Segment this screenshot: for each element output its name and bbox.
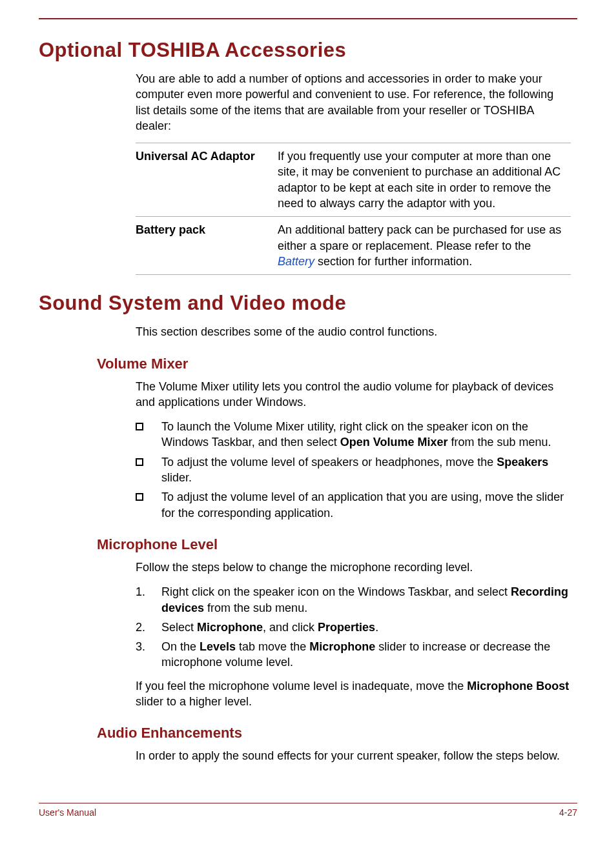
list-item: To launch the Volume Mixer utility, righ… bbox=[136, 419, 571, 450]
volume-mixer-body: The Volume Mixer utility lets you contro… bbox=[136, 379, 571, 521]
heading-audio-enhancements: Audio Enhancements bbox=[97, 725, 577, 742]
heading-sound-system: Sound System and Video mode bbox=[39, 292, 577, 315]
footer-left: User's Manual bbox=[39, 807, 96, 818]
table-row: Battery pack An additional battery pack … bbox=[136, 217, 571, 275]
microphone-steps: 1. Right click on the speaker icon on th… bbox=[136, 584, 571, 670]
svg-rect-0 bbox=[136, 423, 143, 430]
section2-intro: This section describes some of the audio… bbox=[136, 324, 571, 339]
desc-battery-post: section for further information. bbox=[314, 255, 472, 268]
desc-universal-ac: If you frequently use your computer at m… bbox=[278, 143, 571, 217]
step-number: 1. bbox=[136, 584, 161, 600]
section1-body: You are able to add a number of options … bbox=[136, 71, 571, 275]
volume-mixer-list: To launch the Volume Mixer utility, righ… bbox=[136, 419, 571, 521]
heading-optional-accessories: Optional TOSHIBA Accessories bbox=[39, 39, 577, 62]
microphone-body: Follow the steps below to change the mic… bbox=[136, 560, 571, 709]
microphone-para: Follow the steps below to change the mic… bbox=[136, 560, 571, 575]
bullet-text: To adjust the volume level of an applica… bbox=[161, 489, 571, 521]
square-bullet-icon bbox=[136, 489, 161, 505]
desc-battery-pack: An additional battery pack can be purcha… bbox=[278, 217, 571, 275]
audio-enh-para: In order to apply the sound effects for … bbox=[136, 748, 571, 763]
list-item: 3. On the Levels tab move the Microphone… bbox=[136, 639, 571, 671]
svg-rect-2 bbox=[136, 494, 143, 500]
page: Optional TOSHIBA Accessories You are abl… bbox=[0, 18, 616, 837]
step-number: 2. bbox=[136, 620, 161, 635]
heading-microphone-level: Microphone Level bbox=[97, 536, 577, 553]
step-text: On the Levels tab move the Microphone sl… bbox=[161, 639, 571, 671]
step-text: Select Microphone, and click Properties. bbox=[161, 620, 378, 635]
bullet-text: To adjust the volume level of speakers o… bbox=[161, 454, 571, 486]
square-bullet-icon bbox=[136, 454, 161, 470]
desc-battery-pre: An additional battery pack can be purcha… bbox=[278, 223, 561, 252]
list-item: 1. Right click on the speaker icon on th… bbox=[136, 584, 571, 616]
section1-intro: You are able to add a number of options … bbox=[136, 71, 571, 134]
step-text: Right click on the speaker icon on the W… bbox=[161, 584, 571, 616]
battery-link[interactable]: Battery bbox=[278, 255, 314, 268]
list-item: 2. Select Microphone, and click Properti… bbox=[136, 620, 571, 635]
svg-rect-1 bbox=[136, 459, 143, 465]
accessories-table: Universal AC Adaptor If you frequently u… bbox=[136, 143, 571, 275]
step-number: 3. bbox=[136, 639, 161, 654]
volume-mixer-para: The Volume Mixer utility lets you contro… bbox=[136, 379, 571, 410]
microphone-closing: If you feel the microphone volume level … bbox=[136, 678, 571, 710]
top-rule bbox=[39, 18, 577, 19]
footer-right: 4-27 bbox=[559, 807, 577, 818]
list-item: To adjust the volume level of speakers o… bbox=[136, 454, 571, 486]
bullet-text: To launch the Volume Mixer utility, righ… bbox=[161, 419, 571, 450]
audio-enh-body: In order to apply the sound effects for … bbox=[136, 748, 571, 763]
heading-volume-mixer: Volume Mixer bbox=[97, 356, 577, 372]
square-bullet-icon bbox=[136, 419, 161, 434]
term-battery-pack: Battery pack bbox=[136, 217, 278, 275]
list-item: To adjust the volume level of an applica… bbox=[136, 489, 571, 521]
table-row: Universal AC Adaptor If you frequently u… bbox=[136, 143, 571, 217]
section2-intro-wrap: This section describes some of the audio… bbox=[136, 324, 571, 339]
term-universal-ac: Universal AC Adaptor bbox=[136, 143, 278, 217]
page-footer: User's Manual 4-27 bbox=[39, 803, 577, 818]
